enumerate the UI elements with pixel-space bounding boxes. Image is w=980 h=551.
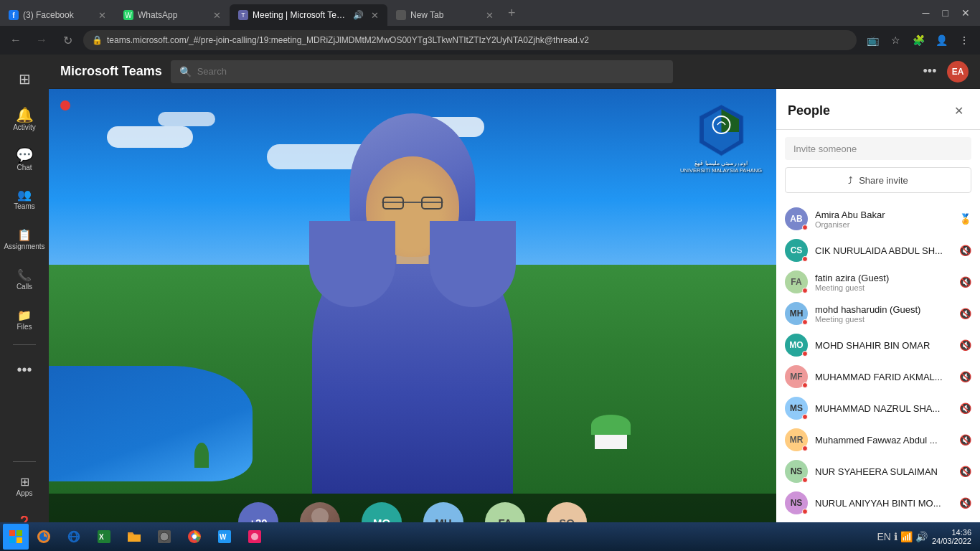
sidebar-item-teams[interactable]: 👥 Teams xyxy=(4,181,44,218)
svg-text:X: X xyxy=(99,533,104,541)
tab-newtab[interactable]: New Tab ✕ xyxy=(387,4,502,26)
address-bar-row: ← → ↻ 🔒 teams.microsoft.com/_#/pre-join-… xyxy=(0,26,980,55)
video-background: اونيۏرسيتي مليسيا ڤهڠUNIVERSITI MALAYSIA… xyxy=(49,89,776,551)
close-button[interactable]: ✕ xyxy=(957,6,974,20)
avatar-fa: FA xyxy=(785,270,808,293)
tab-whatsapp[interactable]: W WhatsApp ✕ xyxy=(115,4,230,26)
status-dot-ms xyxy=(802,414,808,420)
people-panel-title: People xyxy=(788,103,948,118)
maximize-button[interactable]: □ xyxy=(938,6,953,20)
taskbar-item-app5[interactable] xyxy=(151,524,179,549)
taskbar-item-chrome[interactable] xyxy=(181,524,209,549)
bookmark-button[interactable]: ☆ xyxy=(885,30,905,50)
sidebar-item-files[interactable]: 📁 Files xyxy=(4,301,44,339)
svg-rect-3 xyxy=(9,530,15,536)
paint-icon xyxy=(247,529,263,545)
person-name-ab: Amira Abu Bakar xyxy=(815,209,952,220)
taskbar-item-ie[interactable] xyxy=(60,524,89,549)
hijab-left-drape xyxy=(309,221,395,307)
person-row-mr[interactable]: MR Muhammed Fawwaz Abdul ... 🔇 xyxy=(776,424,980,456)
taskbar-item-word[interactable]: W xyxy=(211,524,240,549)
ump-logo: اونيۏرسيتي مليسيا ڤهڠUNIVERSITI MALAYSIA… xyxy=(680,103,762,174)
ie-icon xyxy=(66,529,82,545)
word-icon: W xyxy=(217,529,232,545)
sidebar-item-more[interactable]: ••• xyxy=(4,351,44,388)
person-mic-mo: 🔇 xyxy=(959,339,971,351)
teams-icon: 👥 xyxy=(17,189,32,201)
people-panel-close-button[interactable]: ✕ xyxy=(948,100,969,121)
person-row-fa[interactable]: FA fatin azira (Guest) Meeting guest 🔇 xyxy=(776,266,980,298)
glasses-left xyxy=(382,197,404,209)
systray-clock: 14:36 24/03/2022 xyxy=(932,528,971,545)
person-row-mo[interactable]: MO MOHD SHAHIR BIN OMAR 🔇 xyxy=(776,329,980,361)
taskbar-item-firefox[interactable] xyxy=(30,524,59,549)
forward-button[interactable]: → xyxy=(32,30,52,50)
person-row-cs[interactable]: CS CIK NURULAIDA ABDUL SH... 🔇 xyxy=(776,235,980,266)
status-dot-ns2 xyxy=(802,509,808,514)
tab-teams-close[interactable]: ✕ xyxy=(371,10,379,21)
user-avatar[interactable]: EA xyxy=(947,61,969,83)
lock-icon: 🔒 xyxy=(92,35,103,45)
share-invite-button[interactable]: ⤴ Share invite xyxy=(785,167,971,193)
search-input[interactable] xyxy=(197,66,664,77)
refresh-button[interactable]: ↻ xyxy=(57,30,77,50)
sidebar-separator xyxy=(13,344,36,345)
sidebar-item-apps[interactable]: ⊞ Apps xyxy=(4,468,44,505)
chat-icon: 💬 xyxy=(16,148,34,162)
tab-facebook-label: (3) Facebook xyxy=(23,10,94,20)
person-mic-fa: 🔇 xyxy=(959,276,971,288)
person-row-ms[interactable]: MS MUHAMMAD NAZRUL SHA... 🔇 xyxy=(776,392,980,424)
tab-facebook[interactable]: f (3) Facebook ✕ xyxy=(0,4,115,26)
tab-teams[interactable]: T Meeting | Microsoft Teams 🔊 ✕ xyxy=(230,4,387,26)
header-more-button[interactable]: ••• xyxy=(918,60,941,83)
person-info-mf: MUHAMMAD FARID AKMAL... xyxy=(815,372,952,382)
person-row-ns2[interactable]: NS NURUL ANIYYAH BINTI MO... 🔇 xyxy=(776,487,980,519)
status-dot-mr xyxy=(802,446,808,451)
tab-teams-audio[interactable]: 🔊 xyxy=(353,10,364,20)
person-role-fa: Meeting guest xyxy=(815,283,952,292)
back-button[interactable]: ← xyxy=(6,30,26,50)
address-bar[interactable]: 🔒 teams.microsoft.com/_#/pre-join-callin… xyxy=(83,30,857,50)
profile-button[interactable]: 👤 xyxy=(931,30,951,50)
address-text: teams.microsoft.com/_#/pre-join-calling/… xyxy=(107,35,848,45)
invite-bar[interactable]: Invite someone xyxy=(785,137,971,160)
person-mic-mh: 🔇 xyxy=(959,308,971,319)
person-name-mh: mohd hasharudin (Guest) xyxy=(815,304,952,315)
person-row-mf[interactable]: MF MUHAMMAD FARID AKMAL... 🔇 xyxy=(776,361,980,392)
sidebar-item-appgrid[interactable]: ⊞ xyxy=(4,60,44,98)
screen-cast-button[interactable]: 📺 xyxy=(862,30,882,50)
systray-icons: EN ℹ 📶 🔊 xyxy=(877,531,927,542)
minimize-button[interactable]: ─ xyxy=(918,6,934,20)
firefox-icon xyxy=(36,529,52,545)
taskbar: X W xyxy=(0,522,980,551)
activity-icon: 🔔 xyxy=(16,108,34,122)
sidebar-item-assignments[interactable]: 📋 Assignments xyxy=(4,221,44,258)
person-row-ns1[interactable]: NS NUR SYAHEERA SULAIMAN 🔇 xyxy=(776,456,980,487)
sidebar-item-calls[interactable]: 📞 Calls xyxy=(4,261,44,298)
browser-menu-button[interactable]: ⋮ xyxy=(954,30,974,50)
teams-logo: Microsoft Teams xyxy=(60,64,162,79)
river-element xyxy=(49,366,253,481)
sidebar-item-chat[interactable]: 💬 Chat xyxy=(4,141,44,178)
lang-indicator: EN xyxy=(877,531,890,542)
teams-app: ⊞ 🔔 Activity 💬 Chat 👥 Teams 📋 Assignment… xyxy=(0,55,980,551)
svg-rect-6 xyxy=(17,537,22,543)
avatar-mo: MO xyxy=(785,334,808,357)
person-row-ab[interactable]: AB Amira Abu Bakar Organiser 🏅 xyxy=(776,203,980,235)
taskbar-item-folder[interactable] xyxy=(121,524,149,549)
tab-newtab-close[interactable]: ✕ xyxy=(486,10,494,21)
teams-header-actions: ••• EA xyxy=(918,60,969,83)
tab-facebook-close[interactable]: ✕ xyxy=(98,10,106,21)
taskbar-item-excel[interactable]: X xyxy=(90,524,119,549)
sidebar-item-activity[interactable]: 🔔 Activity xyxy=(4,100,44,138)
person-row-mh[interactable]: MH mohd hasharudin (Guest) Meeting guest… xyxy=(776,298,980,329)
person-name-ns2: NURUL ANIYYAH BINTI MO... xyxy=(815,498,952,509)
teams-search-bar[interactable]: 🔍 xyxy=(171,60,673,83)
tab-teams-label: Meeting | Microsoft Teams xyxy=(253,10,349,20)
sidebar-item-teams-label: Teams xyxy=(14,202,34,210)
taskbar-item-paint[interactable] xyxy=(241,524,270,549)
start-button[interactable] xyxy=(3,524,29,550)
new-tab-button[interactable]: + xyxy=(502,6,522,21)
extensions-button[interactable]: 🧩 xyxy=(908,30,928,50)
tab-whatsapp-close[interactable]: ✕ xyxy=(213,10,221,21)
